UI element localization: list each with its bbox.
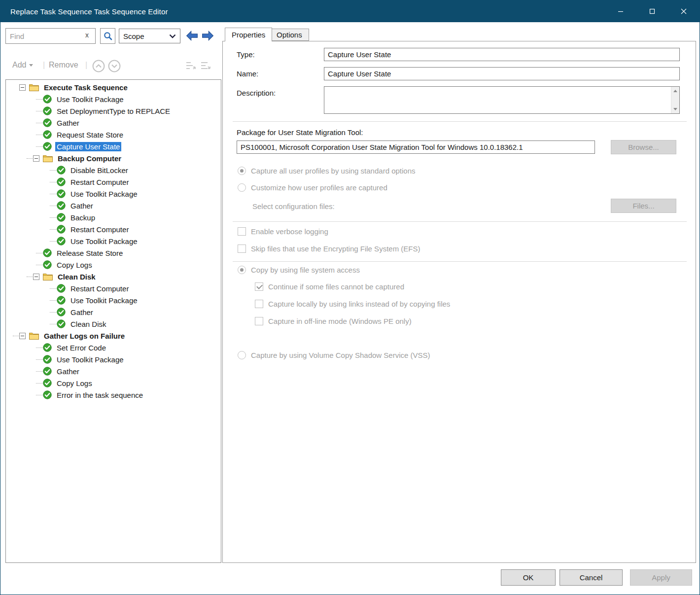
tree-item[interactable]: Use Toolkit Package xyxy=(6,188,221,200)
fs-access-option[interactable]: Copy by using file system access xyxy=(238,266,360,274)
continue-label: Continue if some files cannot be capture… xyxy=(268,282,404,291)
add-button[interactable]: Add xyxy=(12,61,33,70)
scroll-down-icon[interactable] xyxy=(673,108,677,110)
tree-item[interactable]: Execute Task Sequence xyxy=(6,81,221,93)
collapse-expander-icon[interactable] xyxy=(19,333,26,339)
tree-item[interactable]: Request State Store xyxy=(6,129,221,140)
capture-standard-radio[interactable] xyxy=(238,167,246,175)
capture-standard-option[interactable]: Capture all user profiles by using stand… xyxy=(238,167,416,175)
apply-button[interactable]: Apply xyxy=(630,569,692,586)
files-button[interactable]: Files... xyxy=(611,199,676,213)
offline-checkbox[interactable] xyxy=(255,317,263,325)
move-up-button[interactable] xyxy=(92,60,105,74)
tree-item[interactable]: Use Toolkit Package xyxy=(6,93,221,105)
tree-item[interactable]: Clean Disk xyxy=(6,271,221,282)
search-button[interactable] xyxy=(100,28,115,44)
toolbar-separator: | xyxy=(85,61,87,70)
package-label: Package for User State Migration Tool: xyxy=(237,128,363,137)
customize-radio[interactable] xyxy=(238,183,246,192)
cancel-button[interactable]: Cancel xyxy=(560,569,623,586)
continue-option[interactable]: Continue if some files cannot be capture… xyxy=(255,282,404,291)
expand-tree-button[interactable] xyxy=(185,61,197,73)
back-arrow-icon xyxy=(185,29,199,43)
tree-item[interactable]: Capture User State xyxy=(6,140,221,152)
tree-item[interactable]: Restart Computer xyxy=(6,223,221,235)
tree-item[interactable]: Copy Logs xyxy=(6,259,221,271)
close-button[interactable] xyxy=(668,0,700,22)
maximize-button[interactable] xyxy=(636,0,668,22)
collapse-expander-icon[interactable] xyxy=(19,84,26,91)
efs-checkbox[interactable] xyxy=(238,245,246,253)
tree-item-label: Restart Computer xyxy=(69,177,130,187)
add-dropdown-arrow-icon xyxy=(29,64,33,67)
customize-option[interactable]: Customize how user profiles are captured xyxy=(238,183,387,192)
titlebar[interactable]: Replace Task Sequence Task Sequence Edit… xyxy=(0,0,700,22)
tree-item[interactable]: Backup xyxy=(6,211,221,223)
links-checkbox[interactable] xyxy=(255,300,263,308)
links-option[interactable]: Capture locally by using links instead o… xyxy=(255,300,450,308)
tree-item[interactable]: Backup Computer xyxy=(6,152,221,164)
folder-icon xyxy=(43,154,53,162)
tree-item[interactable]: Use Toolkit Package xyxy=(6,235,221,247)
folder-icon xyxy=(29,83,39,91)
tree-item-label: Restart Computer xyxy=(69,225,130,234)
scroll-up-icon[interactable] xyxy=(673,90,677,92)
fs-access-radio[interactable] xyxy=(238,266,246,274)
separator xyxy=(233,121,687,122)
tab-properties[interactable]: Properties xyxy=(225,28,272,41)
name-field[interactable] xyxy=(324,67,680,80)
find-clear-button[interactable]: x xyxy=(85,31,89,39)
minimize-button[interactable] xyxy=(605,0,636,22)
collapse-expander-icon[interactable] xyxy=(33,274,39,280)
tree-item[interactable]: Use Toolkit Package xyxy=(6,294,221,306)
package-field[interactable] xyxy=(237,140,595,154)
continue-checkbox[interactable] xyxy=(255,282,263,291)
efs-label: Skip files that use the Encrypting File … xyxy=(251,245,420,253)
tree-item-label: Request State Store xyxy=(55,130,125,140)
tree-item[interactable]: Gather xyxy=(6,365,221,377)
tree-item-label: Gather xyxy=(69,201,95,210)
tree-item-label: Gather xyxy=(69,308,95,317)
collapse-expander-icon[interactable] xyxy=(33,155,39,162)
remove-button[interactable]: Remove xyxy=(49,61,78,70)
verbose-checkbox[interactable] xyxy=(238,227,246,236)
offline-option[interactable]: Capture in off-line mode (Windows PE onl… xyxy=(255,317,412,325)
tree-item-label: Capture User State xyxy=(55,142,121,151)
find-input[interactable] xyxy=(5,28,96,44)
description-scrollbar[interactable] xyxy=(671,87,679,113)
tree-item[interactable]: Clean Disk xyxy=(6,318,221,330)
tree-item[interactable]: Gather xyxy=(6,117,221,129)
tree-item[interactable]: Gather xyxy=(6,306,221,318)
vss-radio[interactable] xyxy=(238,351,246,359)
task-sequence-editor-window: Replace Task Sequence Task Sequence Edit… xyxy=(0,0,700,595)
tree-item[interactable]: Restart Computer xyxy=(6,282,221,294)
tree-item-label: Gather xyxy=(55,367,81,376)
forward-button[interactable] xyxy=(201,29,215,43)
ok-button[interactable]: OK xyxy=(501,569,556,586)
tree-item[interactable]: Use Toolkit Package xyxy=(6,353,221,365)
tree-item[interactable]: Gather xyxy=(6,200,221,211)
type-field[interactable] xyxy=(324,48,680,61)
description-field[interactable] xyxy=(324,86,680,114)
tree-item[interactable]: Release State Store xyxy=(6,247,221,259)
tab-options[interactable]: Options xyxy=(270,29,309,41)
tree-item-label: Disable BitLocker xyxy=(69,166,130,175)
tree-item[interactable]: Restart Computer xyxy=(6,176,221,188)
tree-item[interactable]: Disable BitLocker xyxy=(6,164,221,176)
verbose-option[interactable]: Enable verbose logging xyxy=(238,227,328,236)
back-button[interactable] xyxy=(185,29,199,43)
vss-option[interactable]: Capture by using Volume Copy Shadow Serv… xyxy=(238,351,430,359)
tree-item-label: Use Toolkit Package xyxy=(69,296,139,305)
move-down-button[interactable] xyxy=(108,60,121,74)
toolbar-separator: | xyxy=(43,61,45,70)
tree-item[interactable]: Set DeploymentType to REPLACE xyxy=(6,105,221,117)
success-check-icon xyxy=(57,166,66,175)
tree-item[interactable]: Copy Logs xyxy=(6,377,221,389)
browse-button[interactable]: Browse... xyxy=(611,140,676,154)
efs-option[interactable]: Skip files that use the Encrypting File … xyxy=(238,245,420,253)
collapse-tree-button[interactable] xyxy=(200,61,211,73)
tree-item[interactable]: Set Error Code xyxy=(6,342,221,353)
tree-item[interactable]: Gather Logs on Failure xyxy=(6,330,221,342)
tree-item[interactable]: Error in the task sequence xyxy=(6,389,221,401)
scope-dropdown[interactable]: Scope xyxy=(119,29,180,43)
